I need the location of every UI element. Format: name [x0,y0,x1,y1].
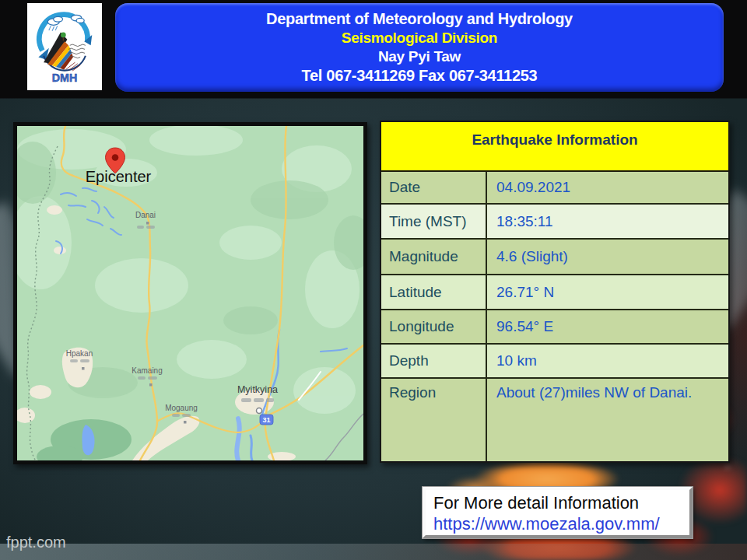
table-row-magnitude: Magnitude 4.6 (Slight) [381,240,728,275]
table-row-date: Date 04.09.2021 [381,172,728,205]
earthquake-info-table: Earthquake Information Date 04.09.2021 T… [380,121,730,463]
town-label-danai: Danai [135,211,156,219]
bottom-gradient-band [0,544,747,560]
map-canvas: Danai Hpakan Kamaing Mogaung Myitkyina 3… [17,126,363,460]
table-row-depth: Depth 10 km [381,345,728,379]
city-marker-myitkyina [257,408,262,414]
table-row-latitude: Latitude 26.71° N [381,275,728,310]
row-label: Region [381,379,487,461]
row-label: Latitude [381,275,487,309]
fppt-watermark: fppt.com [6,534,66,551]
epicenter-map: Danai Hpakan Kamaing Mogaung Myitkyina 3… [13,122,367,464]
website-link[interactable]: https://www.moezala.gov.mm/ [433,513,682,534]
more-info-text: For More detail Information [433,492,682,513]
table-row-longitude: Longitude 96.54° E [381,310,728,345]
row-label: Longitude [381,310,487,343]
title-banner: Department of Meteorology and Hydrology … [115,3,724,92]
slide: DMH Department of Meteorology and Hydrol… [0,0,747,560]
division-title: Seismological Division [342,30,497,47]
dmh-logo-text: DMH [52,72,78,84]
row-value: 96.54° E [487,310,728,343]
row-label: Time (MST) [381,205,487,238]
table-row-time: Time (MST) 18:35:11 [381,205,728,240]
row-value: 18:35:11 [487,205,728,238]
department-title: Department of Meteorology and Hydrology [266,10,573,28]
row-value: 10 km [487,345,728,377]
row-value: 04.09.2021 [487,172,728,203]
town-label-kamaing: Kamaing [132,366,162,375]
row-label: Date [381,172,487,203]
town-label-hpakan: Hpakan [66,349,93,358]
svg-text:31: 31 [262,416,270,424]
row-value: About (27)miles NW of Danai. [487,379,728,461]
row-label: Depth [381,345,487,377]
table-title: Earthquake Information [381,122,728,172]
epicenter-label: Epicenter [86,168,152,185]
city-label-myitkyina: Myitkyina [237,384,278,395]
route-shield-31: 31 [260,415,273,425]
dmh-logo: DMH [27,3,102,90]
more-info-box: For More detail Information https://www.… [423,487,693,538]
dmh-logo-icon: DMH [32,6,97,87]
table-row-region: Region About (27)miles NW of Danai. [381,379,728,461]
town-label-mogaung: Mogaung [165,404,198,412]
contact-line: Tel 067-3411269 Fax 067-3411253 [302,67,538,85]
row-value: 26.71° N [487,275,728,309]
row-label: Magnitude [381,240,487,274]
row-value: 4.6 (Slight) [487,240,728,274]
city-title: Nay Pyi Taw [378,48,461,65]
